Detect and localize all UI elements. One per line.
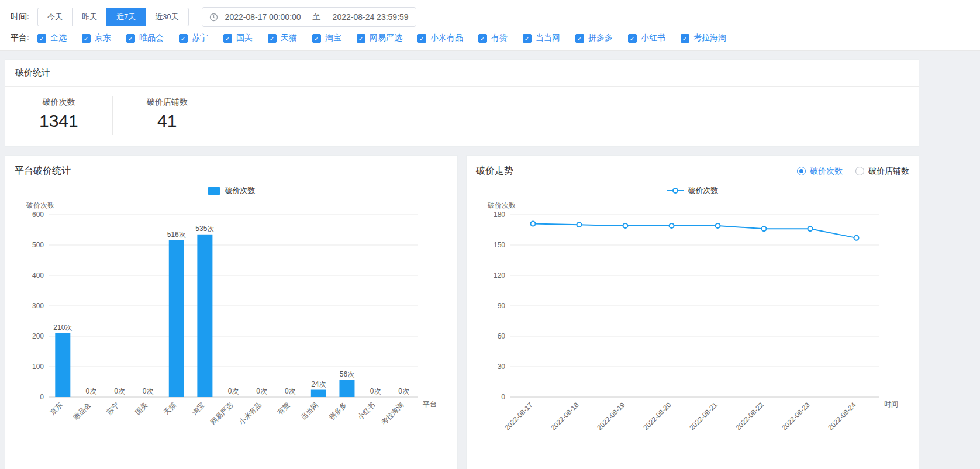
svg-text:当当网: 当当网 bbox=[299, 401, 320, 421]
svg-text:平台: 平台 bbox=[423, 400, 437, 408]
date-range-picker[interactable]: 2022-08-17 00:00:00 至 2022-08-24 23:59:5… bbox=[202, 7, 416, 27]
date-end-value[interactable]: 2022-08-24 23:59:59 bbox=[333, 12, 409, 22]
svg-text:考拉海淘: 考拉海淘 bbox=[379, 401, 405, 426]
line-chart: 破价次数03060901201501802022-08-172022-08-18… bbox=[476, 197, 909, 466]
platform-checkbox[interactable]: ✓ 天猫 bbox=[268, 33, 297, 43]
checkbox-checked-icon: ✓ bbox=[82, 34, 91, 43]
platform-checkbox[interactable]: ✓ 考拉海淘 bbox=[681, 33, 726, 43]
platform-checkbox-label: 天猫 bbox=[281, 33, 297, 43]
svg-text:600: 600 bbox=[32, 211, 44, 219]
stats-panel: 破价统计 破价次数 1341 破价店铺数 41 bbox=[5, 59, 919, 147]
svg-text:0次: 0次 bbox=[398, 387, 409, 395]
svg-text:2022-08-24: 2022-08-24 bbox=[826, 401, 858, 432]
stat-value: 41 bbox=[147, 111, 188, 131]
svg-text:180: 180 bbox=[494, 211, 505, 219]
platform-checkbox-label: 小米有品 bbox=[430, 33, 463, 43]
bar-chart-title: 平台破价统计 bbox=[15, 165, 71, 177]
svg-text:2022-08-23: 2022-08-23 bbox=[780, 401, 812, 432]
platform-checkbox-label: 拼多多 bbox=[588, 33, 613, 43]
platform-checkbox[interactable]: ✓ 当当网 bbox=[523, 33, 560, 43]
checkbox-checked-icon: ✓ bbox=[417, 34, 426, 43]
svg-text:2022-08-17: 2022-08-17 bbox=[503, 401, 534, 432]
platform-checkbox[interactable]: ✓ 唯品会 bbox=[126, 33, 164, 43]
svg-text:0次: 0次 bbox=[370, 387, 381, 395]
quick-range-button-group: 今天昨天近7天近30天 bbox=[37, 8, 189, 26]
radio-label: 破价店铺数 bbox=[868, 166, 909, 177]
time-filter-label: 时间: bbox=[11, 12, 29, 22]
radio-break-shops[interactable]: 破价店铺数 bbox=[855, 166, 909, 177]
checkbox-checked-icon: ✓ bbox=[357, 34, 365, 43]
checkbox-checked-icon: ✓ bbox=[575, 34, 584, 43]
svg-text:小红书: 小红书 bbox=[356, 401, 377, 421]
svg-text:150: 150 bbox=[494, 241, 505, 249]
platform-checkbox-label: 当当网 bbox=[536, 33, 560, 43]
svg-text:0次: 0次 bbox=[143, 387, 154, 395]
quick-range-button[interactable]: 近7天 bbox=[106, 8, 146, 26]
svg-text:0次: 0次 bbox=[285, 387, 296, 395]
stats-panel-title: 破价统计 bbox=[5, 60, 919, 87]
radio-icon bbox=[797, 167, 806, 175]
platform-breakdown-panel: 平台破价统计 破价次数 破价次数0100200300400500600京东唯品会… bbox=[5, 155, 458, 469]
svg-text:唯品会: 唯品会 bbox=[72, 401, 92, 421]
checkbox-checked-icon: ✓ bbox=[126, 34, 135, 43]
platform-checkbox-label: 淘宝 bbox=[325, 33, 341, 43]
platform-checkbox-group: ✓ 全选 ✓ 京东 ✓ 唯品会 ✓ 苏宁 ✓ 国美 ✓ 天猫 ✓ 淘宝 ✓ 网易… bbox=[37, 33, 726, 43]
platform-checkbox[interactable]: ✓ 小红书 bbox=[628, 33, 665, 43]
platform-checkbox[interactable]: ✓ 拼多多 bbox=[575, 33, 613, 43]
bar-chart: 破价次数0100200300400500600京东唯品会苏宁国美天猫淘宝网易严选… bbox=[15, 197, 447, 466]
svg-text:网易严选: 网易严选 bbox=[209, 401, 234, 426]
svg-text:56次: 56次 bbox=[340, 370, 354, 378]
svg-text:国美: 国美 bbox=[133, 401, 149, 416]
svg-text:30: 30 bbox=[498, 363, 506, 371]
legend-line-marker-icon bbox=[667, 190, 684, 191]
svg-text:400: 400 bbox=[32, 271, 44, 280]
svg-text:210次: 210次 bbox=[53, 323, 72, 332]
svg-text:60: 60 bbox=[498, 332, 506, 340]
svg-text:苏宁: 苏宁 bbox=[105, 401, 121, 416]
checkbox-checked-icon: ✓ bbox=[179, 34, 188, 43]
platform-checkbox-label: 京东 bbox=[95, 33, 111, 43]
checkbox-checked-icon: ✓ bbox=[628, 34, 637, 43]
platform-checkbox[interactable]: ✓ 苏宁 bbox=[179, 33, 208, 43]
platform-checkbox[interactable]: ✓ 淘宝 bbox=[312, 33, 341, 43]
platform-checkbox[interactable]: ✓ 有赞 bbox=[478, 33, 508, 43]
radio-break-count[interactable]: 破价次数 bbox=[797, 166, 843, 177]
legend-swatch-icon bbox=[208, 187, 220, 195]
platform-checkbox-label: 苏宁 bbox=[192, 33, 208, 43]
platform-checkbox[interactable]: ✓ 京东 bbox=[82, 33, 111, 43]
platform-checkbox[interactable]: ✓ 国美 bbox=[223, 33, 253, 43]
bar-chart-legend[interactable]: 破价次数 bbox=[15, 185, 448, 196]
svg-text:0: 0 bbox=[501, 393, 505, 401]
platform-checkbox-label: 有赞 bbox=[491, 33, 508, 43]
quick-range-button[interactable]: 今天 bbox=[37, 8, 73, 26]
quick-range-button[interactable]: 昨天 bbox=[72, 8, 107, 26]
clock-icon bbox=[209, 13, 218, 22]
platform-checkbox[interactable]: ✓ 网易严选 bbox=[357, 33, 402, 43]
date-start-value[interactable]: 2022-08-17 00:00:00 bbox=[225, 12, 301, 22]
checkbox-checked-icon: ✓ bbox=[312, 34, 321, 43]
svg-text:0次: 0次 bbox=[86, 387, 97, 395]
svg-text:京东: 京东 bbox=[49, 401, 64, 416]
svg-text:100: 100 bbox=[32, 363, 44, 371]
platform-checkbox[interactable]: ✓ 小米有品 bbox=[417, 33, 463, 43]
svg-text:有赞: 有赞 bbox=[275, 401, 292, 417]
svg-text:天猫: 天猫 bbox=[162, 401, 178, 416]
svg-text:535次: 535次 bbox=[195, 225, 214, 233]
svg-text:200: 200 bbox=[32, 332, 44, 340]
checkbox-checked-icon: ✓ bbox=[37, 34, 46, 43]
platform-checkbox-label: 唯品会 bbox=[139, 33, 164, 43]
platform-checkbox-label: 国美 bbox=[236, 33, 253, 43]
svg-text:0: 0 bbox=[40, 393, 44, 401]
quick-range-button[interactable]: 近30天 bbox=[145, 8, 188, 26]
platform-checkbox[interactable]: ✓ 全选 bbox=[37, 33, 67, 43]
platform-checkbox-label: 小红书 bbox=[641, 33, 665, 43]
svg-text:500: 500 bbox=[32, 241, 44, 249]
svg-text:破价次数: 破价次数 bbox=[26, 201, 54, 209]
checkbox-checked-icon: ✓ bbox=[223, 34, 232, 43]
stat-break-count: 破价次数 1341 bbox=[5, 96, 112, 135]
checkbox-checked-icon: ✓ bbox=[268, 34, 277, 43]
stat-break-shops: 破价店铺数 41 bbox=[112, 96, 222, 135]
radio-icon bbox=[855, 167, 864, 175]
platform-checkbox-label: 网易严选 bbox=[370, 33, 402, 43]
line-chart-legend[interactable]: 破价次数 bbox=[476, 185, 909, 196]
